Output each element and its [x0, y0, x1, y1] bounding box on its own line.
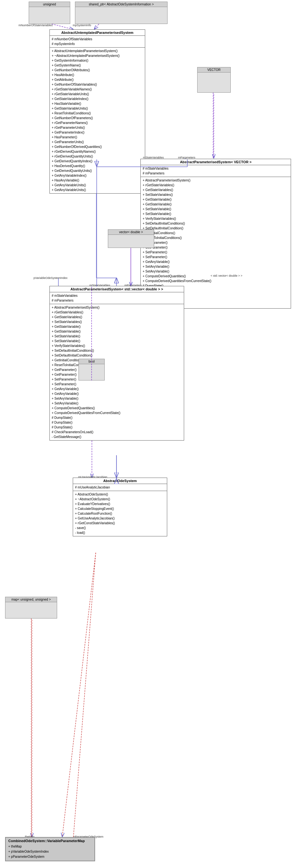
- combined-field-1: + theMap: [8, 844, 92, 849]
- abstract-ode-system-fields: # mUseAnalyticJacobian: [73, 484, 167, 491]
- abstract-untemplated-methods: + AbstractUntemplatedParameterisedSystem…: [50, 48, 145, 193]
- abstract-parameterised-vector-fields: # mStateVariables # mParameters: [141, 165, 291, 177]
- vector-double-box: vector< double >: [108, 229, 154, 248]
- abstract-parameterised-stdvector-methods: + AbstractParameterisedSystem() + rGetSt…: [50, 304, 184, 440]
- vector-box: VECTOR: [197, 67, 231, 93]
- shared-ptr-box: shared_ptr< AbstractOdeSystemInformation…: [75, 2, 168, 24]
- svg-line-2: [52, 24, 73, 29]
- combined-field-3: + pParameterOdeSystem: [8, 854, 92, 859]
- combined-field-2: + pVariableOdeSystemIndex: [8, 849, 92, 854]
- abstract-ode-system-methods: + AbstractOdeSystem() + ~AbstractOdeSyst…: [73, 491, 167, 536]
- svg-line-27: [73, 553, 96, 837]
- abstract-parameterised-stdvector-title: AbstractParameterisedSystem< std::vector…: [50, 286, 184, 292]
- abstract-untemplated-box: AbstractUntemplatedParameterisedSystem #…: [49, 29, 145, 194]
- unsigned-box: unsigned: [29, 2, 70, 24]
- combined-ode-system-box: CombinedOdeSystem::VariableParameterMap …: [5, 837, 95, 861]
- map-box: map< unsigned, unsigned >: [5, 597, 57, 619]
- map-title: map< unsigned, unsigned >: [5, 597, 57, 602]
- label-std-vector-double: < std::vector< double > >: [210, 274, 242, 277]
- svg-line-3: [94, 24, 99, 29]
- bool-title: bool: [79, 359, 104, 364]
- abstract-untemplated-title: AbstractUntemplatedParameterisedSystem: [50, 30, 145, 36]
- abstract-parameterised-stdvector-fields: # mStateVariables # mParameters: [50, 292, 184, 304]
- shared-ptr-title: shared_ptr< AbstractOdeSystemInformation…: [75, 2, 167, 7]
- vector-double-title: vector< double >: [108, 230, 154, 235]
- abstract-parameterised-stdvector-box: AbstractParameterisedSystem< std::vector…: [49, 286, 184, 440]
- label-pVariableOdeSystemIndex: pVariableOdeSystemIndex: [34, 276, 67, 280]
- svg-line-16: [62, 553, 96, 837]
- label-mpSystemInfo: mpSystemInfo: [73, 24, 91, 27]
- abstract-ode-system-box: AbstractOdeSystem # mUseAnalyticJacobian…: [73, 477, 167, 536]
- abstract-ode-system-title: AbstractOdeSystem: [73, 478, 167, 484]
- label-mNumberOfStateVariables: mNumberOfStateVariables: [19, 24, 53, 27]
- abstract-untemplated-fields: # mNumberOfStateVariables # mpSystemInfo: [50, 36, 145, 48]
- vector-title: VECTOR: [198, 67, 230, 72]
- abstract-parameterised-vector-title: AbstractParameterisedSystem< VECTOR >: [141, 159, 291, 165]
- unsigned-title: unsigned: [29, 2, 70, 7]
- combined-ode-system-title: CombinedOdeSystem::VariableParameterMap: [8, 839, 92, 843]
- bool-box: bool: [78, 359, 105, 380]
